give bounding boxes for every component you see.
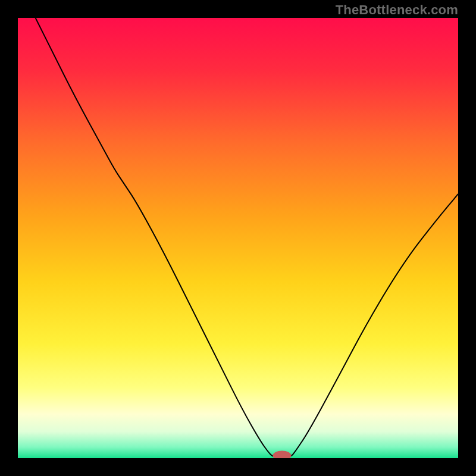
watermark-text: TheBottleneck.com (336, 2, 458, 18)
gradient-background (18, 18, 458, 458)
bottleneck-chart (18, 18, 458, 458)
chart-frame: TheBottleneck.com (0, 0, 476, 476)
optimum-marker (273, 451, 291, 458)
